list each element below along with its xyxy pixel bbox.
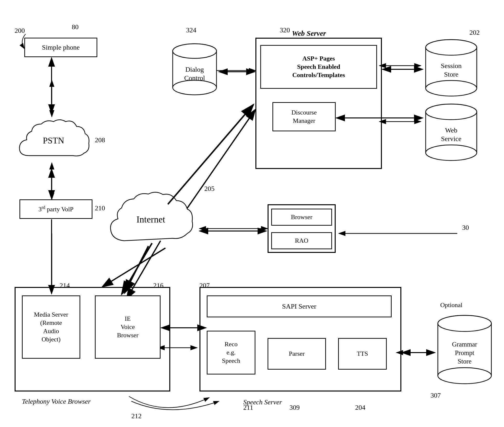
svg-text:Store: Store [458,358,472,365]
svg-text:Service: Service [441,135,461,142]
svg-text:Internet: Internet [136,214,165,224]
svg-point-30 [426,80,477,96]
voip-box: 3rd party VolP [19,199,92,219]
ref-211: 211 [243,404,253,411]
ref-307: 307 [431,391,441,399]
svg-text:Store: Store [444,71,458,78]
telephony-voice-browser-label: Telephony Voice Browser [22,398,91,405]
discourse-manager-box: DiscourseManager [272,102,336,131]
ref-216: 216 [153,282,163,289]
asp-pages-box: ASP+ PagesSpeech EnabledControls/Templat… [260,45,377,89]
svg-point-47 [438,315,491,331]
svg-text:Web: Web [445,126,458,134]
web-server-label: Web Server [292,29,326,37]
svg-point-23 [173,44,216,58]
ref-320: 320 [280,26,290,34]
svg-point-22 [173,80,216,95]
rao-box: RAO [271,232,332,249]
ref-214: 214 [60,282,70,289]
reco-box: Recoe.g.Speech [207,331,255,374]
browser-box: Browser [271,209,332,226]
ref-30: 30 [462,224,469,231]
ref-204: 204 [355,404,365,411]
optional-label: Optional [440,302,462,309]
ref-210: 210 [95,204,105,212]
tts-box: TTS [338,338,387,370]
simple-phone-box: Simple phone [24,38,97,57]
pstn-cloud: PSTN [15,114,92,168]
session-store-cylinder: Session Store [423,38,479,98]
svg-text:PSTN: PSTN [43,136,64,145]
grammar-prompt-store-cylinder: Grammar Prompt Store [435,314,494,387]
ref-80: 80 [72,23,79,31]
svg-point-39 [426,104,477,120]
svg-point-31 [426,40,477,55]
ref-205: 205 [204,185,215,193]
ref-309: 309 [289,404,300,411]
ie-voice-browser-box: IEVoiceBrowser [95,295,161,359]
svg-text:Grammar: Grammar [452,341,477,348]
svg-text:Prompt: Prompt [455,349,474,356]
svg-point-38 [426,145,477,160]
svg-point-46 [438,368,491,384]
dialog-control-cylinder: Dialog Control [170,41,219,97]
ref-200: 200 [15,27,25,35]
ref-208: 208 [95,136,105,144]
svg-text:Dialog: Dialog [185,66,204,73]
svg-text:Control: Control [184,74,205,82]
web-service-cylinder: Web Service [423,102,479,163]
media-server-box: Media Server(RemoteAudioObject) [22,295,80,359]
parser-box: Parser [268,338,326,370]
ref-324: 324 [186,26,196,34]
sapi-server-box: SAPI Server [207,295,392,317]
ref-212: 212 [131,412,142,420]
internet-cloud: Internet [105,187,197,255]
diagram: 200 80 Simple phone PSTN 208 3rd party V… [0,0,504,427]
ref-202: 202 [469,29,480,36]
svg-text:Session: Session [441,62,462,70]
